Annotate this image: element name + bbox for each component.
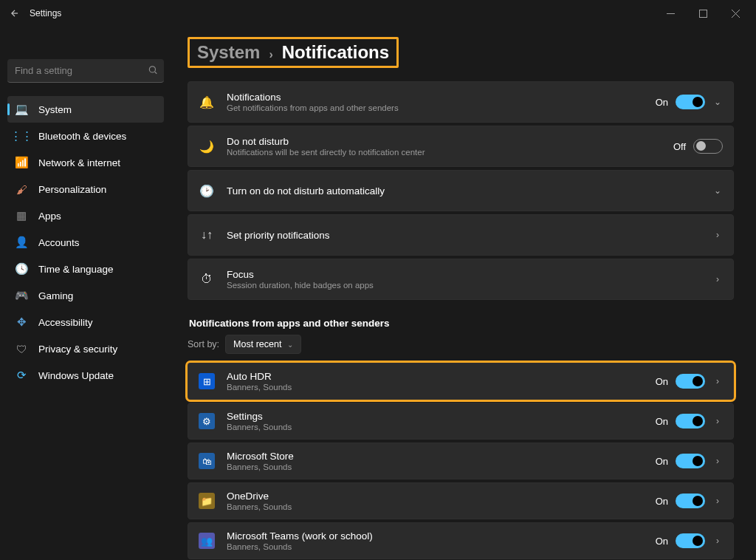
card-title: Notifications xyxy=(227,92,656,103)
toggle-switch[interactable] xyxy=(676,494,705,508)
nav-icon: 📶 xyxy=(15,156,28,169)
card-icon: 🕑 xyxy=(199,182,215,199)
app-card-settings[interactable]: ⚙SettingsBanners, SoundsOn› xyxy=(188,403,734,440)
settings-card-list: 🔔NotificationsGet notifications from app… xyxy=(188,81,734,300)
app-icon: ⊞ xyxy=(199,373,215,389)
nav-icon: 🛡 xyxy=(15,342,28,355)
app-icon: 📁 xyxy=(199,493,215,509)
toggle-switch[interactable] xyxy=(676,374,705,389)
toggle-switch[interactable] xyxy=(676,454,705,468)
card-subtitle: Session duration, hide badges on apps xyxy=(227,281,712,290)
toggle-state: On xyxy=(656,97,668,108)
app-sub: Banners, Sounds xyxy=(227,423,656,431)
sort-label: Sort by: xyxy=(188,339,219,349)
nav-label: Apps xyxy=(38,211,61,222)
nav-item-accounts[interactable]: 👤Accounts xyxy=(7,229,164,256)
toggle-state: On xyxy=(656,536,668,547)
chevron-down-icon: ⌄ xyxy=(287,341,293,349)
chevron-right-icon: › xyxy=(712,274,723,284)
app-name: OneDrive xyxy=(227,491,656,502)
app-name: Microsoft Store xyxy=(227,451,656,462)
app-sub: Banners, Sounds xyxy=(227,383,656,392)
chevron-right-icon: › xyxy=(712,496,723,506)
nav-item-privacy-security[interactable]: 🛡Privacy & security xyxy=(7,335,164,362)
toggle-switch[interactable] xyxy=(676,414,705,428)
chevron-right-icon: › xyxy=(712,416,723,426)
window-maximize[interactable] xyxy=(687,2,719,24)
nav-item-windows-update[interactable]: ⟳Windows Update xyxy=(7,362,164,389)
search-icon xyxy=(148,65,158,78)
nav-item-accessibility[interactable]: ✥Accessibility xyxy=(7,309,164,335)
breadcrumb-leaf: Notifications xyxy=(282,42,389,63)
app-sub: Banners, Sounds xyxy=(227,542,656,551)
sort-button[interactable]: Most recent ⌄ xyxy=(225,335,301,354)
nav-label: Windows Update xyxy=(38,370,114,381)
nav-label: Gaming xyxy=(38,290,73,301)
nav-label: Accounts xyxy=(38,237,80,248)
app-notification-list: ⊞Auto HDRBanners, SoundsOn›⚙SettingsBann… xyxy=(188,363,734,560)
titlebar: Settings xyxy=(0,0,756,27)
app-card-microsoft-store[interactable]: 🛍Microsoft StoreBanners, SoundsOn› xyxy=(188,443,734,479)
app-icon: 🛍 xyxy=(199,453,215,469)
nav-item-personalization[interactable]: 🖌Personalization xyxy=(7,176,164,202)
nav-label: Personalization xyxy=(38,184,106,195)
settings-card-set-priority-notifications[interactable]: ↓↑Set priority notifications› xyxy=(188,214,734,256)
window-minimize[interactable] xyxy=(654,2,687,24)
toggle-switch[interactable] xyxy=(693,139,723,154)
sidebar: 💻System⋮⋮Bluetooth & devices📶Network & i… xyxy=(0,27,171,560)
app-sub: Banners, Sounds xyxy=(227,502,656,511)
card-subtitle: Notifications will be sent directly to n… xyxy=(227,148,673,157)
nav-item-bluetooth-devices[interactable]: ⋮⋮Bluetooth & devices xyxy=(7,123,164,149)
search-box xyxy=(7,59,164,83)
nav-item-system[interactable]: 💻System xyxy=(7,96,164,123)
app-icon: ⚙ xyxy=(199,413,215,429)
nav-icon: 🎮 xyxy=(15,289,28,302)
app-icon: 👥 xyxy=(199,533,215,549)
settings-card-notifications[interactable]: 🔔NotificationsGet notifications from app… xyxy=(188,81,734,123)
nav-icon: ⟳ xyxy=(15,369,28,382)
svg-point-2 xyxy=(149,66,155,72)
nav-item-gaming[interactable]: 🎮Gaming xyxy=(7,282,164,309)
nav-label: Time & language xyxy=(38,264,114,275)
app-name: Auto HDR xyxy=(227,371,656,382)
app-card-microsoft-teams-work-or-school-[interactable]: 👥Microsoft Teams (work or school)Banners… xyxy=(188,522,734,559)
toggle-switch[interactable] xyxy=(676,95,705,109)
chevron-down-icon: ⌄ xyxy=(712,185,723,196)
toggle-state: On xyxy=(656,456,668,467)
nav-label: System xyxy=(38,104,72,115)
sort-value: Most recent xyxy=(233,339,281,349)
nav-icon: 💻 xyxy=(15,103,28,116)
nav-icon: ⋮⋮ xyxy=(15,129,28,143)
chevron-down-icon: ⌄ xyxy=(712,97,723,107)
settings-card-turn-on-do-not-disturb-automatically[interactable]: 🕑Turn on do not disturb automatically⌄ xyxy=(188,170,734,211)
toggle-state: On xyxy=(656,496,668,507)
app-sub: Banners, Sounds xyxy=(227,462,656,471)
nav-item-network-internet[interactable]: 📶Network & internet xyxy=(7,149,164,176)
card-title: Focus xyxy=(227,269,712,280)
breadcrumb-root[interactable]: System xyxy=(197,42,260,63)
card-icon: 🔔 xyxy=(199,94,215,110)
card-title: Do not disturb xyxy=(227,136,673,147)
nav-icon: 🕓 xyxy=(15,262,28,276)
nav-item-time-language[interactable]: 🕓Time & language xyxy=(7,256,164,282)
nav-item-apps[interactable]: ▦Apps xyxy=(7,202,164,229)
sort-row: Sort by: Most recent ⌄ xyxy=(188,335,734,354)
app-name: Settings xyxy=(227,411,656,422)
card-subtitle: Get notifications from apps and other se… xyxy=(227,103,656,112)
nav-label: Accessibility xyxy=(38,317,93,328)
search-input[interactable] xyxy=(7,59,164,83)
settings-card-focus[interactable]: ⏱FocusSession duration, hide badges on a… xyxy=(188,259,734,300)
app-card-auto-hdr[interactable]: ⊞Auto HDRBanners, SoundsOn› xyxy=(188,363,734,400)
toggle-switch[interactable] xyxy=(676,533,705,548)
toggle-state: On xyxy=(656,416,668,427)
nav-icon: 👤 xyxy=(15,236,28,249)
window-close[interactable] xyxy=(719,2,752,24)
toggle-state: On xyxy=(656,376,668,387)
svg-rect-0 xyxy=(667,13,675,14)
breadcrumb: System › Notifications xyxy=(188,37,399,68)
chevron-right-icon: › xyxy=(712,456,723,466)
back-button[interactable] xyxy=(4,3,25,24)
card-title: Set priority notifications xyxy=(227,230,712,241)
app-card-onedrive[interactable]: 📁OneDriveBanners, SoundsOn› xyxy=(188,482,734,519)
settings-card-do-not-disturb[interactable]: 🌙Do not disturbNotifications will be sen… xyxy=(188,126,734,167)
